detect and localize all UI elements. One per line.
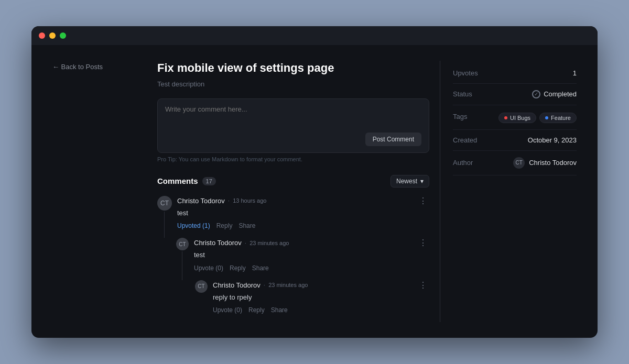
comment-body: Christo Todorov · 13 hours ago ⋮ test Up… [177,196,429,230]
created-value: October 9, 2023 [528,136,577,144]
tag-dot-red [504,116,507,119]
share-button[interactable]: Share [271,306,288,314]
comment-meta-left: Christo Todorov · 23 minutes ago [194,239,289,247]
comment-separator: · [228,197,230,204]
thread-line-1 [164,212,165,238]
comments-count: 17 [202,177,216,185]
comment-meta-left: Christo Todorov · 13 hours ago [177,197,266,205]
reply-button[interactable]: Reply [248,306,265,314]
close-dot[interactable] [39,32,45,39]
thread-line-2 [182,251,182,280]
pro-tip: Pro Tip: You can use Markdown to format … [157,156,429,162]
app-window: ← Back to Posts Fix mobile view of setti… [31,26,598,338]
back-to-posts-link[interactable]: ← Back to Posts [52,63,147,71]
share-button[interactable]: Share [238,222,255,229]
comment-thread: CT Christo Todorov · 13 hours ago ⋮ [157,196,429,323]
avatar-inner: CT [195,280,208,293]
author-value: Christo Todorov [529,159,577,167]
comment-3-wrapper: CT Christo Todorov · 23 minutes ago ⋮ [195,280,429,323]
share-button[interactable]: Share [252,264,269,272]
comment-more-button[interactable]: ⋮ [417,280,429,290]
post-comment-button[interactable]: Post Comment [365,133,421,146]
comment-meta: Christo Todorov · 13 hours ago ⋮ [177,196,429,206]
comment-actions: Upvote (0) Reply Share [213,306,429,314]
comment-author: Christo Todorov [177,197,225,205]
tag-feature-label: Feature [551,115,571,121]
avatar-inner: CT [176,238,189,250]
status-value: Completed [544,90,577,98]
comment-input-box: Post Comment [157,98,429,153]
status-badge: ✓ Completed [532,90,577,98]
tag-dot-blue [545,116,548,119]
comment-more-button[interactable]: ⋮ [417,196,429,206]
author-row: Author CT Christo Todorov [453,151,577,175]
meta-section: Upvotes 1 Status ✓ Completed Tags [453,63,577,175]
comment-2-wrapper: CT Christo Todorov · 23 minutes ago ⋮ [176,238,429,280]
chevron-down-icon: ▾ [420,178,424,185]
comment-text: test [194,250,429,260]
comments-header: Comments 17 Newest ▾ [157,175,429,187]
comment-separator: · [264,281,265,289]
comment-textarea[interactable] [165,105,421,126]
comment-text: test [177,208,429,218]
main-content: Fix mobile view of settings page Test de… [147,61,440,322]
sidebar-right: Upvotes 1 Status ✓ Completed Tags [440,61,577,322]
comments-label: Comments [157,177,198,185]
status-icon: ✓ [532,90,540,98]
avatar: CT [195,280,208,293]
tag-ui-bugs-label: UI Bugs [510,115,530,121]
created-row: Created October 9, 2023 [453,130,577,151]
check-icon: ✓ [534,91,538,97]
comment-item: CT Christo Todorov · 23 minutes ago ⋮ [176,238,429,272]
author-info: CT Christo Todorov [513,157,577,169]
window-chrome [31,26,598,45]
comment-more-button[interactable]: ⋮ [417,238,429,248]
avatar: CT [157,196,172,211]
maximize-dot[interactable] [60,32,66,39]
comment-text: reply to rpely [213,292,429,303]
comment-actions: Upvoted (1) Reply Share [177,222,429,229]
tag-feature[interactable]: Feature [539,113,577,123]
tags-row: Tags UI Bugs Feature [453,105,577,130]
sidebar-left: ← Back to Posts [52,61,147,322]
comment-author: Christo Todorov [213,281,261,289]
comment-time: 13 hours ago [233,197,266,204]
upvote-button[interactable]: Upvote (0) [213,306,242,314]
created-label: Created [453,136,477,144]
comment-time: 23 minutes ago [268,282,308,288]
upvote-button[interactable]: Upvote (0) [194,264,223,272]
comment-item: CT Christo Todorov · 13 hours ago ⋮ [157,196,429,230]
comment-box-footer: Post Comment [165,133,421,146]
tag-ui-bugs[interactable]: UI Bugs [498,113,536,123]
comment-separator: · [245,239,246,247]
reply-button[interactable]: Reply [216,222,233,229]
minimize-dot[interactable] [49,32,56,39]
comment-meta: Christo Todorov · 23 minutes ago ⋮ [194,238,429,248]
reply-button[interactable]: Reply [230,264,246,272]
status-row: Status ✓ Completed [453,84,577,105]
status-label: Status [453,90,472,98]
comment-1-wrapper: CT Christo Todorov · 13 hours ago ⋮ [157,196,429,238]
sort-dropdown[interactable]: Newest ▾ [391,175,429,187]
comment-time: 23 minutes ago [250,240,289,246]
upvote-button[interactable]: Upvoted (1) [177,222,210,229]
tags-group: UI Bugs Feature [498,113,577,123]
upvotes-value: 1 [573,69,577,77]
content-area: ← Back to Posts Fix mobile view of setti… [31,45,598,338]
comment-body: Christo Todorov · 23 minutes ago ⋮ test … [194,238,429,272]
comment-meta: Christo Todorov · 23 minutes ago ⋮ [213,280,429,290]
comment-meta-left: Christo Todorov · 23 minutes ago [213,281,308,289]
comment-actions: Upvote (0) Reply Share [194,264,429,272]
comment-body: Christo Todorov · 23 minutes ago ⋮ reply… [213,280,429,314]
comment-item: CT Christo Todorov · 23 minutes ago ⋮ [195,280,429,314]
avatar-inner: CT [157,196,172,211]
comments-title-group: Comments 17 [157,177,216,185]
post-description: Test description [157,80,429,88]
sort-label: Newest [396,178,417,185]
upvotes-label: Upvotes [453,69,478,77]
upvotes-row: Upvotes 1 [453,63,577,84]
author-avatar: CT [513,157,525,169]
avatar: CT [176,238,189,250]
tags-label: Tags [453,113,467,120]
author-label: Author [453,159,473,167]
